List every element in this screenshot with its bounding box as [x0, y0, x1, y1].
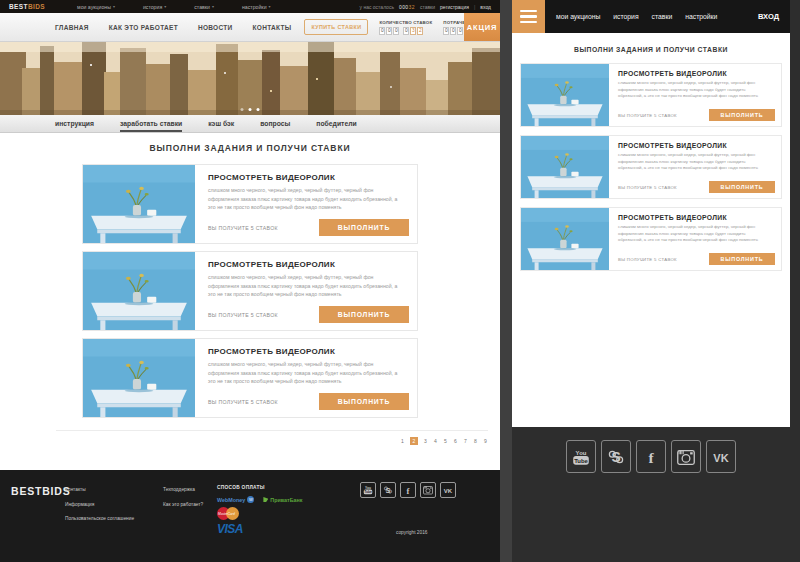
hamburger-menu-icon[interactable] — [512, 0, 545, 33]
page-number[interactable]: 1 — [400, 437, 405, 445]
topbar-item-my-auctions[interactable]: мои аукционы▾ — [77, 4, 115, 10]
topbar-item-label: мои аукционы — [77, 4, 111, 10]
logo: BESTBIDS — [9, 3, 45, 10]
execute-button[interactable]: ВЫПОЛНИТЬ — [319, 219, 409, 236]
nav-item-how-it-works[interactable]: КАК ЭТО РАБОТАЕТ — [109, 24, 178, 31]
pagination: 1 2 3 4 5 6 7 8 9 — [56, 430, 488, 445]
logo-part2: BIDS — [28, 3, 45, 10]
stock-count: 00032 — [399, 4, 415, 10]
skype-icon[interactable]: S — [601, 440, 631, 473]
task-card: ПРОСМОТРЕТЬ ВИДЕОРОЛИК слишком много чер… — [82, 164, 418, 244]
mobile-left-strip — [500, 0, 512, 562]
tab-questions[interactable]: вопросы — [260, 115, 290, 132]
tab-winners[interactable]: победители — [316, 115, 356, 132]
desktop-footer: BESTBIDS Контакты Информация Пользовател… — [0, 470, 500, 562]
execute-button[interactable]: ВЫПОЛНИТЬ — [709, 181, 775, 193]
task-card: ПРОСМОТРЕТЬ ВИДЕОРОЛИК слишком много чер… — [82, 338, 418, 418]
skype-icon[interactable]: S — [380, 482, 396, 498]
tab-instruction[interactable]: инструкция — [55, 115, 94, 132]
mobile-nav-bids[interactable]: ставки — [652, 13, 673, 20]
page-number[interactable]: 8 — [473, 437, 478, 445]
task-thumbnail — [83, 252, 195, 330]
digit: 3 — [410, 27, 416, 35]
page-number[interactable]: 7 — [463, 437, 468, 445]
footer-link-how-it-works[interactable]: Как это работает? — [163, 502, 203, 507]
buy-bids-button[interactable]: КУПИТЬ СТАВКИ — [304, 19, 368, 35]
footer-social-icons: You Tube S f VK — [360, 482, 456, 498]
digit: 2 — [417, 27, 423, 35]
topbar-right: у нас осталось 00032 ставки регистрация … — [360, 4, 491, 10]
facebook-icon[interactable]: f — [636, 440, 666, 473]
vk-icon[interactable]: VK — [440, 482, 456, 498]
mobile-nav: мои аукционы история ставки настройки ВХ… — [545, 0, 790, 33]
instagram-icon[interactable] — [671, 440, 701, 473]
task-thumbnail — [521, 136, 609, 198]
mobile-page-title: ВЫПОЛНИ ЗАДАНИЯ И ПОЛУЧИ СТАВКИ — [512, 33, 790, 63]
nav-item-news[interactable]: НОВОСТИ — [198, 24, 233, 31]
topbar-item-bids[interactable]: ставки▾ — [194, 4, 214, 10]
topbar-item-history[interactable]: история▾ — [143, 4, 166, 10]
page-number[interactable]: 3 — [423, 437, 428, 445]
topbar-item-settings[interactable]: настройки▾ — [242, 4, 271, 10]
youtube-icon[interactable]: You Tube — [360, 482, 376, 498]
task-title: ПРОСМОТРЕТЬ ВИДЕОРОЛИК — [208, 173, 409, 182]
nav-item-contacts[interactable]: КОНТАКТЫ — [253, 24, 292, 31]
footer-link-support[interactable]: Техподдержка — [163, 487, 203, 492]
youtube-icon[interactable]: You Tube — [566, 440, 596, 473]
task-description: слишком много черного, черный хедер, чер… — [208, 273, 409, 299]
privatbank-label: ПриватБанк — [270, 497, 302, 503]
task-reward: ВЫ ПОЛУЧИТЕ 5 СТАВОК — [208, 225, 278, 231]
svg-text:You: You — [365, 486, 371, 490]
task-reward: ВЫ ПОЛУЧИТЕ 5 СТАВОК — [618, 257, 677, 262]
vk-icon[interactable]: VK — [706, 440, 736, 473]
hamburger-bar — [520, 15, 537, 18]
page-number[interactable]: 9 — [483, 437, 488, 445]
topbar-item-label: ставки — [194, 4, 210, 10]
task-title: ПРОСМОТРЕТЬ ВИДЕОРОЛИК — [208, 260, 409, 269]
page-number[interactable]: 5 — [443, 437, 448, 445]
instagram-icon[interactable] — [420, 482, 436, 498]
execute-button[interactable]: ВЫПОЛНИТЬ — [319, 393, 409, 410]
task-title: ПРОСМОТРЕТЬ ВИДЕОРОЛИК — [618, 70, 775, 77]
task-card-body: ПРОСМОТРЕТЬ ВИДЕОРОЛИК слишком много чер… — [195, 252, 417, 330]
slider-dot[interactable] — [241, 108, 244, 111]
task-card: ПРОСМОТРЕТЬ ВИДЕОРОЛИК слишком много чер… — [520, 135, 782, 199]
slider-dot[interactable] — [257, 108, 260, 111]
nav-item-home[interactable]: ГЛАВНАЯ — [55, 24, 89, 31]
mobile-nav-my-auctions[interactable]: мои аукционы — [556, 13, 600, 20]
execute-button[interactable]: ВЫПОЛНИТЬ — [319, 306, 409, 323]
login-link[interactable]: вход — [480, 4, 491, 10]
task-title: ПРОСМОТРЕТЬ ВИДЕОРОЛИК — [618, 142, 775, 149]
mobile-nav-settings[interactable]: настройки — [685, 13, 717, 20]
tab-cashback[interactable]: кэш бэк — [208, 115, 234, 132]
task-reward: ВЫ ПОЛУЧИТЕ 5 СТАВОК — [618, 185, 677, 190]
page-number[interactable]: 6 — [453, 437, 458, 445]
task-card-list: ПРОСМОТРЕТЬ ВИДЕОРОЛИК слишком много чер… — [82, 164, 418, 418]
tab-earn-bids[interactable]: заработать ставки — [120, 115, 182, 132]
mobile-mockup: мои аукционы история ставки настройки ВХ… — [500, 0, 800, 562]
mobile-screen: мои аукционы история ставки настройки ВХ… — [512, 0, 790, 427]
payment-methods-title: СПОСОБ ОПЛАТЫ — [217, 485, 303, 490]
task-card: ПРОСМОТРЕТЬ ВИДЕОРОЛИК слишком много чер… — [520, 63, 782, 127]
register-link[interactable]: регистрация — [440, 4, 469, 10]
task-thumbnail — [83, 165, 195, 243]
slider-dot[interactable] — [249, 108, 252, 111]
page-number-active[interactable]: 2 — [410, 437, 418, 445]
slider-dots — [241, 108, 260, 111]
facebook-icon[interactable]: f — [400, 482, 416, 498]
mobile-nav-history[interactable]: история — [613, 13, 638, 20]
page-number[interactable]: 4 — [433, 437, 438, 445]
chevron-down-icon: ▾ — [212, 4, 214, 9]
svg-text:Tube: Tube — [364, 490, 372, 494]
footer-link-contacts[interactable]: Контакты — [65, 487, 134, 492]
footer-links-col1: Контакты Информация Пользовательское сог… — [65, 487, 134, 531]
footer-link-info[interactable]: Информация — [65, 502, 134, 507]
execute-button[interactable]: ВЫПОЛНИТЬ — [709, 109, 775, 121]
mobile-login-link[interactable]: ВХОД — [758, 12, 779, 21]
execute-button[interactable]: ВЫПОЛНИТЬ — [709, 253, 775, 265]
mastercard-label: MasterCard — [218, 512, 235, 516]
task-card-body: ПРОСМОТРЕТЬ ВИДЕОРОЛИК слишком много чер… — [609, 64, 781, 126]
desktop-content: ВЫПОЛНИ ЗАДАНИЯ И ПОЛУЧИ СТАВКИ ПРОСМОТР… — [0, 133, 500, 470]
footer-link-user-agreement[interactable]: Пользовательское соглашение — [65, 516, 134, 521]
promo-banner[interactable]: АКЦИЯ — [464, 13, 500, 41]
